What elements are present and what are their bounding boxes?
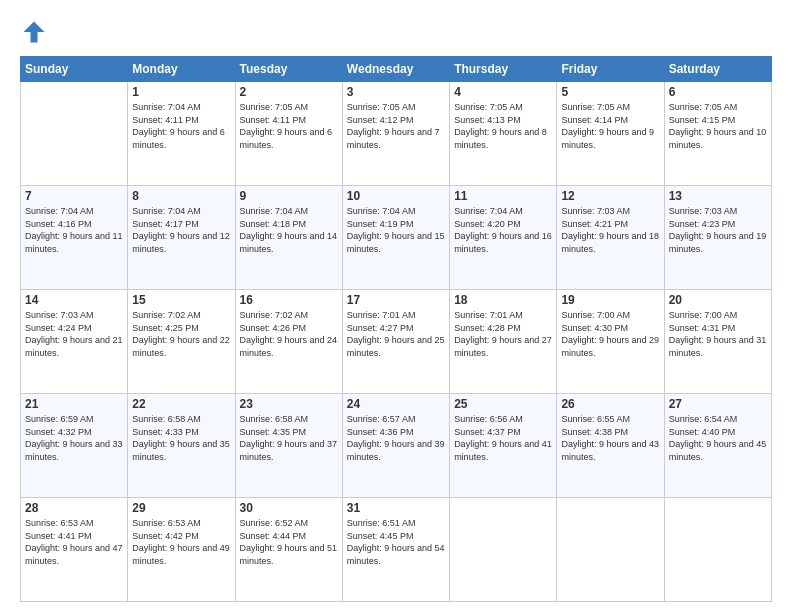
day-number: 26 (561, 397, 659, 411)
day-number: 30 (240, 501, 338, 515)
logo (20, 18, 52, 46)
day-info: Sunrise: 7:01 AMSunset: 4:27 PMDaylight:… (347, 309, 445, 359)
day-number: 8 (132, 189, 230, 203)
calendar-cell: 20Sunrise: 7:00 AMSunset: 4:31 PMDayligh… (664, 290, 771, 394)
calendar-header-sunday: Sunday (21, 57, 128, 82)
day-number: 6 (669, 85, 767, 99)
day-info: Sunrise: 7:04 AMSunset: 4:19 PMDaylight:… (347, 205, 445, 255)
day-info: Sunrise: 7:05 AMSunset: 4:13 PMDaylight:… (454, 101, 552, 151)
calendar-cell: 14Sunrise: 7:03 AMSunset: 4:24 PMDayligh… (21, 290, 128, 394)
calendar-cell (21, 82, 128, 186)
calendar-cell: 5Sunrise: 7:05 AMSunset: 4:14 PMDaylight… (557, 82, 664, 186)
day-number: 27 (669, 397, 767, 411)
day-info: Sunrise: 6:53 AMSunset: 4:42 PMDaylight:… (132, 517, 230, 567)
day-info: Sunrise: 6:54 AMSunset: 4:40 PMDaylight:… (669, 413, 767, 463)
svg-marker-0 (24, 22, 45, 43)
calendar-header-tuesday: Tuesday (235, 57, 342, 82)
calendar-cell: 25Sunrise: 6:56 AMSunset: 4:37 PMDayligh… (450, 394, 557, 498)
calendar-cell: 28Sunrise: 6:53 AMSunset: 4:41 PMDayligh… (21, 498, 128, 602)
calendar-cell: 23Sunrise: 6:58 AMSunset: 4:35 PMDayligh… (235, 394, 342, 498)
day-info: Sunrise: 7:04 AMSunset: 4:16 PMDaylight:… (25, 205, 123, 255)
calendar-cell: 26Sunrise: 6:55 AMSunset: 4:38 PMDayligh… (557, 394, 664, 498)
day-info: Sunrise: 6:57 AMSunset: 4:36 PMDaylight:… (347, 413, 445, 463)
calendar-cell: 29Sunrise: 6:53 AMSunset: 4:42 PMDayligh… (128, 498, 235, 602)
day-number: 11 (454, 189, 552, 203)
day-info: Sunrise: 7:05 AMSunset: 4:15 PMDaylight:… (669, 101, 767, 151)
day-number: 10 (347, 189, 445, 203)
day-info: Sunrise: 6:51 AMSunset: 4:45 PMDaylight:… (347, 517, 445, 567)
day-info: Sunrise: 6:58 AMSunset: 4:35 PMDaylight:… (240, 413, 338, 463)
calendar-cell: 21Sunrise: 6:59 AMSunset: 4:32 PMDayligh… (21, 394, 128, 498)
calendar-week-3: 14Sunrise: 7:03 AMSunset: 4:24 PMDayligh… (21, 290, 772, 394)
day-info: Sunrise: 7:05 AMSunset: 4:11 PMDaylight:… (240, 101, 338, 151)
header (20, 18, 772, 46)
calendar-cell: 11Sunrise: 7:04 AMSunset: 4:20 PMDayligh… (450, 186, 557, 290)
day-number: 16 (240, 293, 338, 307)
day-number: 2 (240, 85, 338, 99)
calendar-header-saturday: Saturday (664, 57, 771, 82)
calendar-week-4: 21Sunrise: 6:59 AMSunset: 4:32 PMDayligh… (21, 394, 772, 498)
day-number: 29 (132, 501, 230, 515)
day-info: Sunrise: 7:03 AMSunset: 4:23 PMDaylight:… (669, 205, 767, 255)
calendar-cell: 4Sunrise: 7:05 AMSunset: 4:13 PMDaylight… (450, 82, 557, 186)
calendar-cell: 9Sunrise: 7:04 AMSunset: 4:18 PMDaylight… (235, 186, 342, 290)
day-info: Sunrise: 7:00 AMSunset: 4:30 PMDaylight:… (561, 309, 659, 359)
day-info: Sunrise: 6:58 AMSunset: 4:33 PMDaylight:… (132, 413, 230, 463)
day-number: 7 (25, 189, 123, 203)
calendar-cell: 17Sunrise: 7:01 AMSunset: 4:27 PMDayligh… (342, 290, 449, 394)
calendar-cell (664, 498, 771, 602)
day-number: 25 (454, 397, 552, 411)
day-number: 17 (347, 293, 445, 307)
calendar-cell: 30Sunrise: 6:52 AMSunset: 4:44 PMDayligh… (235, 498, 342, 602)
calendar-week-1: 1Sunrise: 7:04 AMSunset: 4:11 PMDaylight… (21, 82, 772, 186)
day-number: 4 (454, 85, 552, 99)
calendar-cell: 12Sunrise: 7:03 AMSunset: 4:21 PMDayligh… (557, 186, 664, 290)
calendar-cell: 27Sunrise: 6:54 AMSunset: 4:40 PMDayligh… (664, 394, 771, 498)
calendar-cell: 15Sunrise: 7:02 AMSunset: 4:25 PMDayligh… (128, 290, 235, 394)
calendar-cell: 24Sunrise: 6:57 AMSunset: 4:36 PMDayligh… (342, 394, 449, 498)
day-info: Sunrise: 7:04 AMSunset: 4:18 PMDaylight:… (240, 205, 338, 255)
day-number: 1 (132, 85, 230, 99)
day-number: 15 (132, 293, 230, 307)
calendar-cell: 1Sunrise: 7:04 AMSunset: 4:11 PMDaylight… (128, 82, 235, 186)
calendar-header-wednesday: Wednesday (342, 57, 449, 82)
calendar-cell: 31Sunrise: 6:51 AMSunset: 4:45 PMDayligh… (342, 498, 449, 602)
page: SundayMondayTuesdayWednesdayThursdayFrid… (0, 0, 792, 612)
day-info: Sunrise: 7:05 AMSunset: 4:12 PMDaylight:… (347, 101, 445, 151)
day-number: 12 (561, 189, 659, 203)
day-number: 14 (25, 293, 123, 307)
calendar-cell: 19Sunrise: 7:00 AMSunset: 4:30 PMDayligh… (557, 290, 664, 394)
day-info: Sunrise: 6:55 AMSunset: 4:38 PMDaylight:… (561, 413, 659, 463)
calendar-header-monday: Monday (128, 57, 235, 82)
day-info: Sunrise: 7:04 AMSunset: 4:20 PMDaylight:… (454, 205, 552, 255)
calendar: SundayMondayTuesdayWednesdayThursdayFrid… (20, 56, 772, 602)
calendar-cell: 2Sunrise: 7:05 AMSunset: 4:11 PMDaylight… (235, 82, 342, 186)
calendar-cell: 22Sunrise: 6:58 AMSunset: 4:33 PMDayligh… (128, 394, 235, 498)
day-number: 13 (669, 189, 767, 203)
day-info: Sunrise: 7:01 AMSunset: 4:28 PMDaylight:… (454, 309, 552, 359)
calendar-cell (557, 498, 664, 602)
day-info: Sunrise: 7:02 AMSunset: 4:26 PMDaylight:… (240, 309, 338, 359)
calendar-cell: 10Sunrise: 7:04 AMSunset: 4:19 PMDayligh… (342, 186, 449, 290)
day-number: 18 (454, 293, 552, 307)
calendar-cell: 16Sunrise: 7:02 AMSunset: 4:26 PMDayligh… (235, 290, 342, 394)
day-info: Sunrise: 7:02 AMSunset: 4:25 PMDaylight:… (132, 309, 230, 359)
calendar-week-5: 28Sunrise: 6:53 AMSunset: 4:41 PMDayligh… (21, 498, 772, 602)
day-info: Sunrise: 6:59 AMSunset: 4:32 PMDaylight:… (25, 413, 123, 463)
day-number: 23 (240, 397, 338, 411)
day-number: 3 (347, 85, 445, 99)
calendar-cell: 3Sunrise: 7:05 AMSunset: 4:12 PMDaylight… (342, 82, 449, 186)
day-info: Sunrise: 7:04 AMSunset: 4:11 PMDaylight:… (132, 101, 230, 151)
day-info: Sunrise: 7:03 AMSunset: 4:24 PMDaylight:… (25, 309, 123, 359)
day-info: Sunrise: 6:56 AMSunset: 4:37 PMDaylight:… (454, 413, 552, 463)
day-number: 9 (240, 189, 338, 203)
logo-icon (20, 18, 48, 46)
day-number: 20 (669, 293, 767, 307)
calendar-cell: 6Sunrise: 7:05 AMSunset: 4:15 PMDaylight… (664, 82, 771, 186)
day-number: 5 (561, 85, 659, 99)
calendar-cell (450, 498, 557, 602)
calendar-header-thursday: Thursday (450, 57, 557, 82)
calendar-header-friday: Friday (557, 57, 664, 82)
day-number: 22 (132, 397, 230, 411)
day-number: 24 (347, 397, 445, 411)
